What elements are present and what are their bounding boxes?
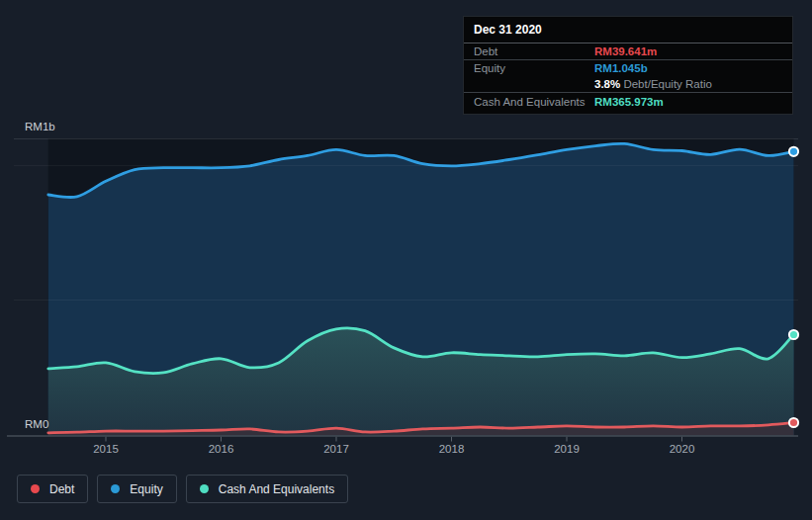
chart-legend: Debt Equity Cash And Equivalents <box>17 475 348 503</box>
debt-end-marker <box>789 418 798 427</box>
tooltip-row-equity: Equity RM1.045b <box>464 60 792 76</box>
equity-dot-icon <box>111 484 120 493</box>
tooltip-row-cash: Cash And Equivalents RM365.973m <box>464 93 792 114</box>
cash-end-marker <box>789 330 798 339</box>
x-tick-label-2016: 2016 <box>209 443 234 455</box>
legend-item-equity[interactable]: Equity <box>97 475 176 503</box>
x-tick-label-2018: 2018 <box>439 443 465 455</box>
cash-dot-icon <box>200 484 209 493</box>
tooltip-row-ratio: 3.8% Debt/Equity Ratio <box>464 76 792 93</box>
x-tick-label-2019: 2019 <box>554 443 580 455</box>
tooltip-debt-label: Debt <box>474 45 594 57</box>
legend-label-equity: Equity <box>130 482 162 496</box>
equity-end-marker <box>789 147 798 156</box>
tooltip-debt-value: RM39.641m <box>594 45 657 57</box>
chart-tooltip: Dec 31 2020 Debt RM39.641m Equity RM1.04… <box>463 16 793 115</box>
legend-item-cash[interactable]: Cash And Equivalents <box>186 475 348 503</box>
tooltip-row-debt: Debt RM39.641m <box>464 43 792 60</box>
x-tick-label-2015: 2015 <box>93 443 119 455</box>
y-axis-label-top: RM1b <box>25 121 55 132</box>
y-axis-label-bottom: RM0 <box>25 418 48 430</box>
tooltip-ratio-value: 3.8% <box>594 78 620 90</box>
tooltip-cash-label: Cash And Equivalents <box>474 96 594 108</box>
x-tick-label-2017: 2017 <box>323 443 349 455</box>
debt-equity-history-chart: 201520162017201820192020RM1bRM0 Dec 31 2… <box>0 0 812 520</box>
tooltip-cash-value: RM365.973m <box>594 96 664 108</box>
legend-item-debt[interactable]: Debt <box>17 475 88 503</box>
tooltip-ratio-label: Debt/Equity Ratio <box>623 78 712 90</box>
tooltip-equity-label: Equity <box>474 62 594 74</box>
tooltip-date: Dec 31 2020 <box>464 17 792 43</box>
legend-label-debt: Debt <box>49 482 74 496</box>
tooltip-equity-value: RM1.045b <box>594 62 648 74</box>
x-tick-label-2020: 2020 <box>670 443 695 455</box>
debt-dot-icon <box>31 484 40 493</box>
legend-label-cash: Cash And Equivalents <box>219 482 334 496</box>
